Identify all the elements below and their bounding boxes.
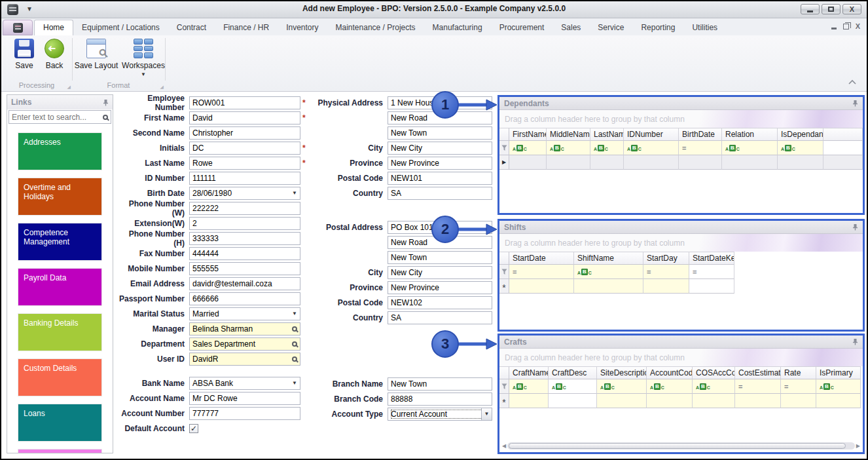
country-field[interactable]: SA <box>388 187 492 200</box>
employee-number-field[interactable]: ROW001 <box>189 96 300 109</box>
tab-equipment-locations[interactable]: Equipment / Locations <box>73 20 168 35</box>
column-header-craftdesc[interactable]: CraftDesc <box>549 366 597 379</box>
data-cell-firstname[interactable] <box>509 155 547 170</box>
column-header-startday[interactable]: StartDay <box>643 252 689 265</box>
abc-filter-icon[interactable]: ABC <box>696 383 710 390</box>
link-button-payroll-data[interactable]: Payroll Data <box>18 268 102 306</box>
branch-name-field[interactable]: New Town <box>388 377 492 391</box>
equals-filter-icon[interactable]: = <box>738 383 742 391</box>
province-field[interactable]: New Province <box>388 157 492 170</box>
group-by-box[interactable]: Drag a column header here to group by th… <box>499 110 863 128</box>
tab-finance-hr[interactable]: Finance / HR <box>215 20 278 35</box>
lookup-search-icon[interactable] <box>292 341 297 347</box>
link-button-addresses[interactable]: Addresses <box>18 132 102 170</box>
abc-filter-icon[interactable]: ABC <box>550 145 564 151</box>
extension-w-field[interactable]: 2 <box>189 217 300 230</box>
data-cell-rate[interactable] <box>781 394 816 408</box>
filter-cell-birthdate[interactable]: = <box>679 141 722 155</box>
tab-home[interactable]: Home <box>34 20 73 35</box>
search-icon[interactable] <box>103 115 108 120</box>
search-input[interactable] <box>12 113 98 122</box>
data-cell-craftdesc[interactable] <box>549 394 597 408</box>
equals-filter-icon[interactable]: = <box>682 144 686 152</box>
filter-cell-isprimary[interactable]: ABC <box>816 379 861 394</box>
second-name-field[interactable]: Christopher <box>189 126 300 140</box>
filter-cell-sitedescription[interactable]: ABC <box>597 379 647 394</box>
ribbon-minimize-icon[interactable] <box>831 28 837 29</box>
column-header-relation[interactable]: Relation <box>722 128 778 141</box>
tab-service[interactable]: Service <box>589 20 632 35</box>
filter-cell-idnumber[interactable]: ABC <box>624 141 679 155</box>
dialog-launcher-icon[interactable]: ◢ <box>67 85 71 90</box>
back-button[interactable]: Back <box>35 39 73 81</box>
address-line-field[interactable]: New Town <box>388 126 492 140</box>
account-number-field[interactable]: 777777 <box>189 407 300 420</box>
abc-filter-icon[interactable]: ABC <box>650 383 664 390</box>
ribbon-close-icon[interactable]: X <box>856 22 860 30</box>
data-cell-birthdate[interactable] <box>679 155 722 170</box>
dropdown-caret-icon[interactable]: ▼ <box>292 380 297 386</box>
abc-filter-icon[interactable]: ABC <box>552 383 566 390</box>
column-header-firstname[interactable]: FirstName <box>509 128 547 141</box>
tab-utilities[interactable]: Utilities <box>683 20 726 35</box>
city-field[interactable]: New City <box>388 142 492 155</box>
city-field[interactable]: New City <box>388 266 492 279</box>
equals-filter-icon[interactable]: = <box>784 383 788 391</box>
department-field[interactable]: Sales Department <box>189 337 300 351</box>
user-id-field[interactable]: DavidR <box>189 353 300 366</box>
data-cell-accountcode[interactable] <box>647 394 693 408</box>
dialog-launcher-icon[interactable]: ◢ <box>160 85 164 90</box>
tab-manufacturing[interactable]: Manufacturing <box>424 20 491 35</box>
save-layout-button[interactable]: Save Layout <box>75 39 118 81</box>
column-header-startdatekey[interactable]: StartDateKey <box>689 252 734 265</box>
manager-field[interactable]: Belinda Sharman <box>189 322 300 335</box>
link-button-overtime-and-holidays[interactable]: Overtime and Holidays <box>18 178 102 216</box>
marital-status-field[interactable]: Married▼ <box>189 307 300 320</box>
fax-number-field[interactable]: 444444 <box>189 247 300 260</box>
filter-cell-cosacccode[interactable]: ABC <box>693 379 735 394</box>
lookup-search-icon[interactable] <box>292 326 297 332</box>
pin-icon[interactable] <box>852 223 858 231</box>
workspaces-button[interactable]: Workspaces ▼ <box>122 39 165 81</box>
collapse-ribbon-icon[interactable] <box>847 78 858 87</box>
data-cell-lastname[interactable] <box>590 155 624 170</box>
last-name-field[interactable]: Rowe <box>189 157 300 170</box>
tab-reporting[interactable]: Reporting <box>632 20 683 35</box>
equals-filter-icon[interactable]: = <box>647 268 651 276</box>
id-number-field[interactable]: 111111 <box>189 172 300 185</box>
column-header-rate[interactable]: Rate <box>781 366 816 379</box>
email-address-field[interactable]: davidr@testemail.coza <box>189 277 300 290</box>
new-row[interactable]: * <box>499 394 863 408</box>
link-button-custom-details[interactable]: Custom Details <box>18 358 102 396</box>
dropdown-button-icon[interactable]: ▼ <box>481 408 492 420</box>
account-name-field[interactable]: Mr DC Rowe <box>189 392 300 405</box>
data-cell-startdatekey[interactable] <box>689 279 734 294</box>
column-header-sitedescription[interactable]: SiteDescription <box>597 366 647 379</box>
initials-field[interactable]: DC <box>189 142 300 155</box>
data-cell-relation[interactable] <box>722 155 778 170</box>
link-button-field[interactable] <box>18 449 102 453</box>
default-account-checkbox[interactable]: ✓ <box>189 424 198 433</box>
abc-filter-icon[interactable]: ABC <box>600 383 615 390</box>
abc-filter-icon[interactable]: ABC <box>781 145 795 151</box>
filter-cell-middlename[interactable]: ABC <box>547 141 590 155</box>
first-name-field[interactable]: David <box>189 111 300 125</box>
scroll-right-icon[interactable]: ▶ <box>856 443 860 449</box>
filter-cell-costestimate[interactable]: = <box>735 379 781 394</box>
column-header-middlename[interactable]: MiddleName <box>547 128 590 141</box>
data-cell-craftname[interactable] <box>509 394 549 408</box>
column-header-startdate[interactable]: StartDate <box>509 252 574 265</box>
column-header-isdependant[interactable]: IsDependant <box>778 128 823 141</box>
abc-filter-icon[interactable]: ABC <box>627 145 642 151</box>
data-cell-isprimary[interactable] <box>816 394 861 408</box>
filter-cell-shiftname[interactable]: ABC <box>574 265 643 279</box>
abc-filter-icon[interactable]: ABC <box>513 145 527 151</box>
scrollbar-track[interactable] <box>507 442 855 450</box>
maximize-button[interactable] <box>822 4 841 14</box>
data-cell-middlename[interactable] <box>547 155 590 170</box>
tab-sales[interactable]: Sales <box>552 20 589 35</box>
equals-filter-icon[interactable]: = <box>693 268 696 276</box>
bank-name-field[interactable]: ABSA Bank▼ <box>189 377 300 390</box>
data-cell-idnumber[interactable] <box>624 155 679 170</box>
pin-icon[interactable] <box>103 99 109 106</box>
